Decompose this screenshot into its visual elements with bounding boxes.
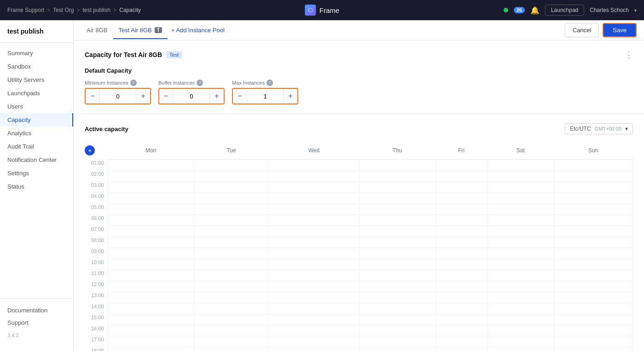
calendar-cell[interactable] (554, 292, 632, 303)
calendar-cell[interactable] (194, 247, 268, 259)
calendar-cell[interactable] (487, 259, 554, 270)
calendar-cell[interactable] (435, 325, 487, 336)
calendar-cell[interactable] (194, 159, 268, 170)
sidebar-item-documentation[interactable]: Documentation (7, 304, 66, 316)
calendar-cell[interactable] (194, 203, 268, 214)
calendar-cell[interactable] (359, 214, 435, 225)
calendar-cell[interactable] (269, 292, 359, 303)
calendar-cell[interactable] (554, 270, 632, 281)
calendar-cell[interactable] (108, 292, 194, 303)
calendar-cell[interactable] (487, 192, 554, 203)
sidebar-item-notification-center[interactable]: Notification Center (0, 153, 73, 167)
calendar-cell[interactable] (554, 336, 632, 347)
calendar-cell[interactable] (194, 347, 268, 351)
calendar-cell[interactable] (359, 170, 435, 181)
max-instances-input[interactable] (247, 89, 284, 104)
calendar-cell[interactable] (435, 170, 487, 181)
user-chevron-icon[interactable]: ▾ (634, 8, 637, 13)
timezone-select[interactable]: Etc/UTC GMT+00:00 ▾ (565, 123, 633, 134)
calendar-cell[interactable] (487, 336, 554, 347)
calendar-cell[interactable] (108, 225, 194, 236)
calendar-cell[interactable] (359, 336, 435, 347)
sidebar-item-analytics[interactable]: Analytics (0, 127, 73, 140)
calendar-cell[interactable] (435, 159, 487, 170)
calendar-cell[interactable] (108, 159, 194, 170)
sidebar-item-audit-trail[interactable]: Audit Trail (0, 140, 73, 153)
launchpad-button[interactable]: Launchpad (545, 5, 584, 16)
min-instances-increment-button[interactable]: + (136, 89, 150, 104)
calendar-cell[interactable] (108, 181, 194, 192)
calendar-cell[interactable] (269, 170, 359, 181)
calendar-cell[interactable] (435, 314, 487, 325)
calendar-cell[interactable] (108, 314, 194, 325)
breadcrumb-frame-support[interactable]: Frame Support (7, 7, 44, 13)
calendar-cell[interactable] (487, 225, 554, 236)
calendar-cell[interactable] (435, 203, 487, 214)
buffer-instances-decrement-button[interactable]: − (159, 89, 173, 104)
sidebar-item-summary[interactable]: Summary (0, 46, 73, 60)
calendar-cell[interactable] (359, 181, 435, 192)
calendar-cell[interactable] (359, 236, 435, 247)
calendar-cell[interactable] (108, 247, 194, 259)
calendar-cell[interactable] (435, 181, 487, 192)
calendar-cell[interactable] (487, 292, 554, 303)
calendar-cell[interactable] (487, 236, 554, 247)
calendar-cell[interactable] (554, 170, 632, 181)
calendar-cell[interactable] (435, 292, 487, 303)
calendar-cell[interactable] (269, 347, 359, 351)
calendar-cell[interactable] (194, 259, 268, 270)
calendar-cell[interactable] (359, 247, 435, 259)
calendar-cell[interactable] (269, 214, 359, 225)
max-instances-help-icon[interactable]: ? (267, 80, 273, 86)
calendar-cell[interactable] (554, 303, 632, 314)
calendar-cell[interactable] (487, 303, 554, 314)
calendar-cell[interactable] (269, 259, 359, 270)
calendar-cell[interactable] (359, 159, 435, 170)
calendar-cell[interactable] (554, 281, 632, 292)
calendar-cell[interactable] (359, 192, 435, 203)
calendar-cell[interactable] (554, 192, 632, 203)
calendar-cell[interactable] (108, 281, 194, 292)
calendar-cell[interactable] (359, 281, 435, 292)
calendar-cell[interactable] (194, 192, 268, 203)
calendar-cell[interactable] (194, 214, 268, 225)
calendar-cell[interactable] (487, 247, 554, 259)
sidebar-item-capacity[interactable]: Capacity (0, 113, 73, 127)
calendar-cell[interactable] (108, 203, 194, 214)
calendar-cell[interactable] (487, 170, 554, 181)
calendar-cell[interactable] (554, 203, 632, 214)
calendar-cell[interactable] (359, 270, 435, 281)
calendar-cell[interactable] (108, 192, 194, 203)
calendar-cell[interactable] (487, 214, 554, 225)
calendar-cell[interactable] (269, 270, 359, 281)
calendar-cell[interactable] (487, 270, 554, 281)
calendar-cell[interactable] (435, 270, 487, 281)
calendar-cell[interactable] (269, 181, 359, 192)
calendar-cell[interactable] (554, 347, 632, 351)
buffer-instances-increment-button[interactable]: + (210, 89, 224, 104)
calendar-cell[interactable] (435, 214, 487, 225)
min-instances-input[interactable] (99, 89, 136, 104)
buffer-instances-help-icon[interactable]: ? (197, 80, 203, 86)
calendar-cell[interactable] (108, 259, 194, 270)
add-instance-pool-button[interactable]: + Add Instance Pool (171, 27, 225, 34)
tab-air-8gb[interactable]: Air 8GB (81, 22, 113, 39)
calendar-cell[interactable] (269, 236, 359, 247)
calendar-cell[interactable] (269, 225, 359, 236)
add-capacity-slot-button[interactable]: + (85, 145, 95, 155)
calendar-cell[interactable] (359, 259, 435, 270)
calendar-cell[interactable] (359, 225, 435, 236)
calendar-cell[interactable] (487, 281, 554, 292)
calendar-cell[interactable] (194, 270, 268, 281)
calendar-cell[interactable] (269, 314, 359, 325)
calendar-cell[interactable] (108, 170, 194, 181)
calendar-cell[interactable] (108, 236, 194, 247)
calendar-cell[interactable] (435, 336, 487, 347)
calendar-cell[interactable] (359, 325, 435, 336)
calendar-cell[interactable] (194, 303, 268, 314)
notification-badge[interactable]: 26 (514, 7, 525, 13)
calendar-cell[interactable] (554, 247, 632, 259)
calendar-cell[interactable] (108, 270, 194, 281)
calendar-cell[interactable] (269, 247, 359, 259)
calendar-cell[interactable] (194, 181, 268, 192)
